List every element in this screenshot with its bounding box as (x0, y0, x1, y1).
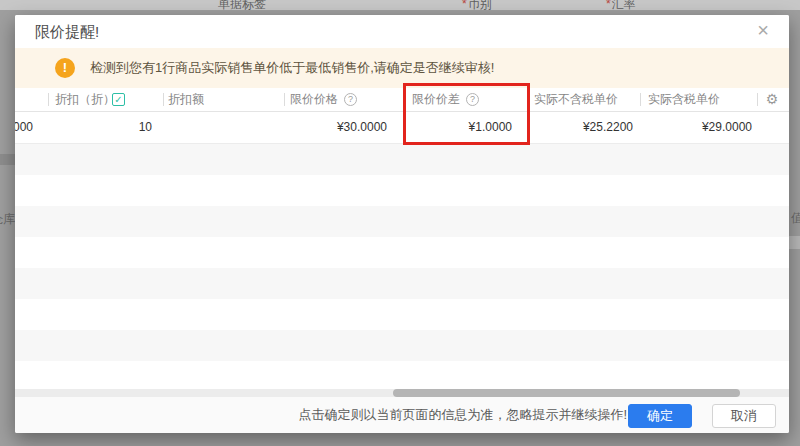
confirm-button[interactable]: 确定 (628, 404, 692, 428)
dialog-title: 限价提醒! (35, 15, 99, 48)
checkbox-checked-icon[interactable]: ✓ (112, 93, 125, 106)
close-icon[interactable]: × (757, 20, 769, 40)
footer-hint-text: 点击确定则以当前页面的信息为准，忽略提示并继续操作! (298, 397, 627, 433)
background-fragment-warehouse: 仓库 (0, 211, 15, 228)
background-form-strip: 单据标签 *币别 *汇率 (0, 0, 800, 10)
horizontal-scrollbar-thumb[interactable] (393, 389, 740, 397)
background-label-exchange-rate: *汇率 (606, 0, 636, 10)
background-row-band (0, 154, 15, 165)
background-label-doc-tag: 单据标签 (218, 0, 266, 10)
column-header-actual-incl-tax[interactable]: 实际含税单价 (648, 88, 720, 111)
column-header-discount-amount[interactable]: 折扣额 (168, 88, 204, 111)
background-row-band (789, 236, 800, 249)
table-header-row: 折扣（折） ✓ 折扣额 限价价格? 限价价差? 实际不含税单价 实际含税单价 ⚙ (15, 88, 789, 112)
column-header-limit-price[interactable]: 限价价格? (290, 88, 357, 111)
cell-limit-price: ¥30.0000 (337, 112, 387, 143)
price-limit-dialog: 限价提醒! × ! 检测到您有1行商品实际销售单价低于最低销售价,请确定是否继续… (15, 15, 789, 433)
help-icon[interactable]: ? (466, 93, 479, 106)
cell-clipped-value: 0000 (15, 112, 33, 143)
cell-actual-excl-tax: ¥25.2200 (583, 112, 633, 143)
table-row[interactable]: 0000 10 ¥30.0000 ¥1.0000 ¥25.2200 ¥29.00… (15, 112, 789, 144)
required-asterisk: * (462, 0, 467, 10)
column-header-actual-excl-tax[interactable]: 实际不含税单价 (534, 88, 618, 111)
column-header-limit-price-diff[interactable]: 限价价差? (412, 88, 479, 111)
cell-actual-incl-tax: ¥29.0000 (702, 112, 752, 143)
screen: 单据标签 *币别 *汇率 仓库 值 限价提醒! × ! 检测到您有1行商品实际销… (0, 0, 800, 446)
dialog-footer: 点击确定则以当前页面的信息为准，忽略提示并继续操作! 确定 取消 (15, 397, 789, 433)
cancel-button[interactable]: 取消 (712, 404, 776, 428)
background-fragment-right: 值 (791, 210, 800, 227)
help-icon[interactable]: ? (344, 93, 357, 106)
column-divider (48, 93, 49, 106)
background-label-currency: *币别 (462, 0, 492, 10)
column-header-discount[interactable]: 折扣（折） (55, 88, 115, 111)
horizontal-scrollbar-track[interactable] (15, 389, 789, 397)
dialog-header: 限价提醒! × (15, 15, 789, 48)
gear-icon[interactable]: ⚙ (761, 88, 783, 111)
empty-table-rows (15, 144, 789, 389)
required-asterisk: * (606, 0, 611, 10)
column-divider (757, 93, 758, 106)
column-divider (640, 93, 641, 106)
cell-discount: 10 (139, 112, 152, 143)
cell-limit-price-diff: ¥1.0000 (469, 112, 512, 143)
column-divider (163, 93, 164, 106)
column-divider (284, 93, 285, 106)
warning-icon: ! (55, 58, 75, 78)
warning-alert: ! 检测到您有1行商品实际销售单价低于最低销售价,请确定是否继续审核! (15, 48, 789, 88)
warning-message: 检测到您有1行商品实际销售单价低于最低销售价,请确定是否继续审核! (90, 48, 494, 88)
